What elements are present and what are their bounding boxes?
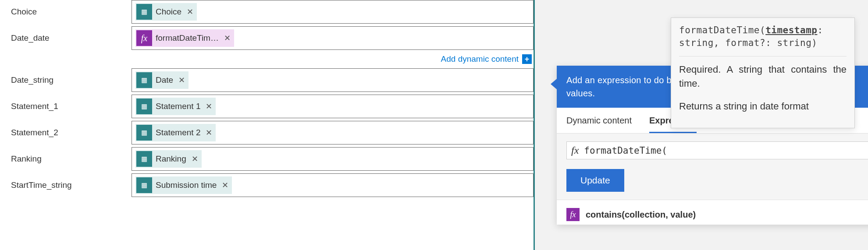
close-icon[interactable]: ✕ (223, 33, 231, 43)
field-row: Date_datefxformatDateTim…✕ (11, 26, 534, 50)
forms-icon: ▦ (136, 99, 152, 114)
add-dynamic-content-row: Add dynamic content+ (11, 53, 532, 68)
add-dynamic-content-link[interactable]: Add dynamic content (441, 54, 519, 64)
forms-icon: ▦ (136, 4, 152, 20)
token-text: formatDateTim… (155, 33, 221, 43)
field-input[interactable]: ▦Statement 1✕ (132, 95, 534, 118)
field-label: Date_date (11, 33, 132, 43)
token-text: Statement 1 (155, 102, 202, 111)
expression-text: formatDateTime( (584, 145, 667, 156)
field-label: StartTime_string (11, 180, 132, 190)
field-input[interactable]: fxformatDateTim…✕ (132, 26, 534, 50)
dynamic-content-token[interactable]: ▦Statement 2✕ (135, 124, 216, 141)
close-icon[interactable]: ✕ (205, 102, 213, 111)
close-icon[interactable]: ✕ (221, 180, 229, 190)
dynamic-content-token[interactable]: ▦Choice✕ (135, 3, 197, 21)
field-row: Choice▦Choice✕ (11, 0, 534, 24)
dynamic-content-token[interactable]: ▦Ranking✕ (135, 150, 202, 168)
forms-icon: ▦ (136, 125, 152, 141)
close-icon[interactable]: ✕ (178, 75, 186, 85)
field-input[interactable]: ▦Ranking✕ (132, 147, 534, 171)
field-row: Ranking▦Ranking✕ (11, 147, 534, 171)
function-suggestion[interactable]: fx contains(collection, value) (557, 200, 868, 225)
right-panel: Add an expression to do basic things lik… (535, 0, 868, 250)
forms-icon: ▦ (136, 72, 152, 88)
tab-dynamic-content[interactable]: Dynamic content (566, 108, 632, 133)
fx-icon: fx (571, 144, 579, 156)
fx-icon: fx (136, 30, 152, 46)
dynamic-content-token[interactable]: ▦Date✕ (135, 71, 189, 89)
close-icon[interactable]: ✕ (191, 154, 199, 164)
tooltip-param-desc: Required. A string that contains the tim… (679, 63, 847, 91)
field-label: Statement_1 (11, 102, 132, 111)
update-button[interactable]: Update (566, 169, 624, 192)
plus-icon[interactable]: + (522, 54, 532, 64)
dynamic-content-token[interactable]: ▦Statement 1✕ (135, 98, 216, 115)
field-input[interactable]: ▦Choice✕ (132, 0, 534, 24)
dynamic-content-token[interactable]: ▦Submission time✕ (135, 176, 232, 194)
token-text: Submission time (155, 180, 218, 190)
field-label: Date_string (11, 75, 132, 85)
expression-input[interactable]: fx formatDateTime( (566, 141, 868, 159)
field-label: Ranking (11, 154, 132, 164)
field-input[interactable]: ▦Submission time✕ (132, 173, 534, 197)
field-row: Date_string▦Date✕ (11, 68, 534, 92)
function-signature: contains(collection, value) (586, 210, 696, 220)
close-icon[interactable]: ✕ (186, 7, 194, 17)
field-row: Statement_1▦Statement 1✕ (11, 95, 534, 118)
forms-icon: ▦ (136, 151, 152, 167)
token-text: Ranking (155, 154, 188, 164)
field-input[interactable]: ▦Date✕ (132, 68, 534, 92)
forms-icon: ▦ (136, 177, 152, 193)
token-text: Choice (155, 7, 183, 17)
token-text: Date (155, 75, 175, 85)
token-text: Statement 2 (155, 128, 202, 137)
tooltip-signature: formatDateTime(timestamp: string, format… (679, 24, 847, 50)
close-icon[interactable]: ✕ (205, 128, 213, 137)
tooltip-return-desc: Returns a string in date format (679, 99, 847, 113)
expression-token[interactable]: fxformatDateTim…✕ (135, 29, 234, 47)
field-input[interactable]: ▦Statement 2✕ (132, 121, 534, 144)
form-fields-panel: Choice▦Choice✕Date_datefxformatDateTim…✕… (0, 0, 535, 250)
field-row: Statement_2▦Statement 2✕ (11, 121, 534, 144)
field-row: StartTime_string▦Submission time✕ (11, 173, 534, 197)
fx-icon: fx (566, 208, 580, 221)
signature-tooltip: formatDateTime(timestamp: string, format… (671, 18, 855, 128)
field-label: Statement_2 (11, 128, 132, 137)
field-label: Choice (11, 7, 132, 17)
